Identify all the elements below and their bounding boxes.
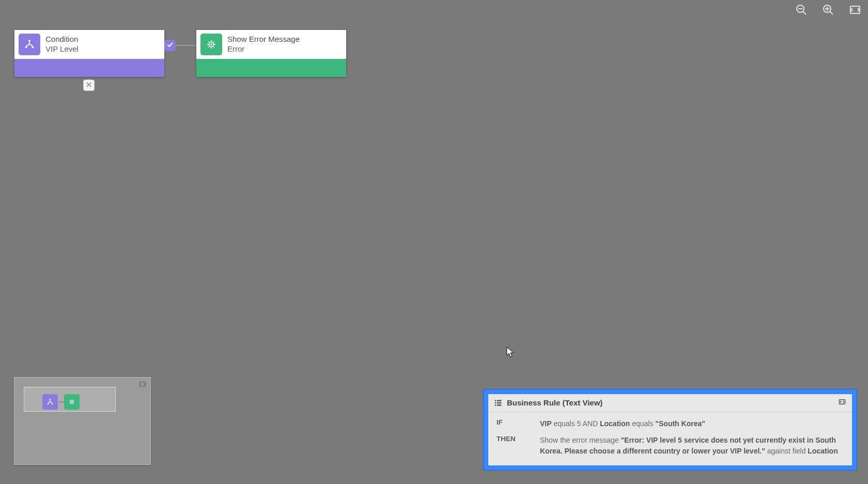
if-op-1: equals 5 AND [552,419,600,428]
collapse-icon [839,398,846,408]
svg-point-20 [71,401,73,403]
action-node-header: Show Error Message Error [196,30,346,59]
list-icon [493,398,503,408]
action-icon [200,34,222,55]
text-view-panel-highlight: Business Rule (Text View) IF VIP equals … [484,389,857,470]
svg-point-10 [32,46,34,49]
if-expression: VIP equals 5 AND Location equals "South … [540,418,844,430]
condition-node-header: Condition VIP Level [14,30,164,59]
text-view-header: Business Rule (Text View) [488,394,852,412]
condition-node[interactable]: Condition VIP Level [14,30,164,77]
check-icon [166,40,174,51]
canvas-toolbar [794,3,863,19]
expand-icon [139,381,146,390]
then-prefix: Show the error message [540,436,621,444]
then-expression: Show the error message "Error: VIP level… [540,435,844,457]
connector-true-badge [164,40,176,51]
if-value-2: "South Korea" [655,419,705,428]
then-mid: against field [765,447,808,455]
svg-rect-25 [495,404,496,405]
minimap-connector [59,401,64,402]
svg-rect-26 [497,404,502,405]
svg-line-1 [803,11,806,14]
text-view-title: Business Rule (Text View) [507,398,833,407]
svg-rect-21 [495,400,496,401]
if-keyword: IF [497,418,534,430]
minimap-action-node [64,394,80,410]
action-node-title: Show Error Message [227,35,300,44]
condition-node-strip [14,59,164,77]
svg-point-9 [25,46,27,49]
connector-line [176,45,196,46]
fit-to-screen-button[interactable] [847,3,863,19]
then-field: Location [808,447,838,455]
condition-node-subtitle: VIP Level [45,44,79,54]
svg-point-14 [210,43,212,45]
fit-to-screen-icon [849,4,861,18]
svg-rect-23 [495,402,496,403]
condition-node-title: Condition [45,35,79,44]
connector-false-badge [83,80,95,91]
zoom-out-button[interactable] [794,3,809,19]
text-view-collapse-button[interactable] [838,398,847,408]
svg-line-4 [830,11,833,14]
svg-point-18 [52,403,53,405]
zoom-out-icon [795,4,808,18]
if-op-2: equals [630,419,655,428]
mouse-cursor-icon [506,347,516,358]
text-view-panel[interactable]: Business Rule (Text View) IF VIP equals … [488,394,852,465]
minimap[interactable] [14,377,151,465]
action-node-subtitle: Error [227,44,300,54]
svg-point-8 [28,40,30,42]
if-field-1: VIP [540,419,552,428]
minimap-expand-button[interactable] [138,381,147,390]
x-icon [86,82,91,89]
text-view-body: IF VIP equals 5 AND Location equals "Sou… [488,412,852,465]
svg-rect-22 [497,400,502,401]
zoom-in-button[interactable] [820,3,836,19]
action-node[interactable]: Show Error Message Error [196,30,346,77]
action-node-strip [196,59,346,77]
zoom-in-icon [822,4,834,18]
svg-rect-24 [497,402,502,403]
if-field-2: Location [600,419,630,428]
condition-icon [19,34,40,55]
minimap-condition-node [42,394,58,410]
then-keyword: THEN [497,435,534,457]
svg-rect-7 [850,6,860,13]
svg-point-17 [48,403,49,405]
svg-point-16 [50,399,51,400]
